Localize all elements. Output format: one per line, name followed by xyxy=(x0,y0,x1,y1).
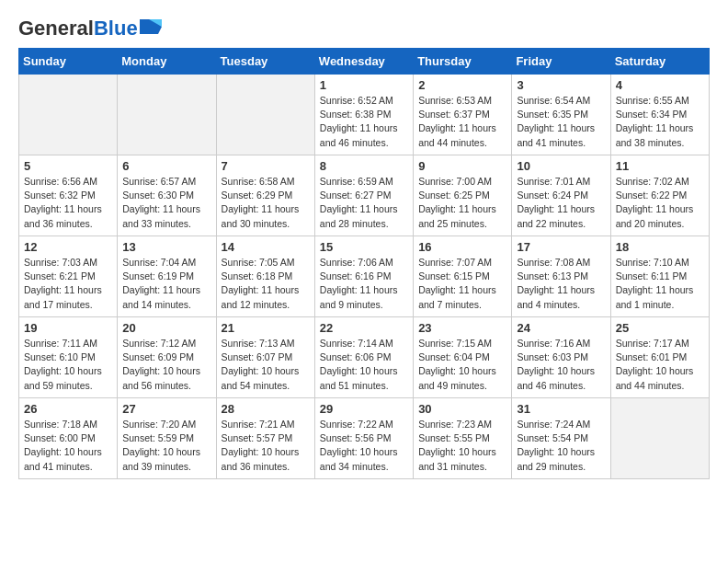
logo: GeneralBlue xyxy=(18,18,162,39)
weekday-header-monday: Monday xyxy=(118,49,216,75)
day-info: Sunrise: 7:15 AM Sunset: 6:04 PM Dayligh… xyxy=(418,337,506,393)
day-number: 6 xyxy=(122,159,210,173)
calendar-cell: 16Sunrise: 7:07 AM Sunset: 6:15 PM Dayli… xyxy=(414,236,512,317)
logo-blue: Blue xyxy=(94,17,138,40)
week-row-1: 1Sunrise: 6:52 AM Sunset: 6:38 PM Daylig… xyxy=(19,75,710,155)
day-info: Sunrise: 6:52 AM Sunset: 6:38 PM Dayligh… xyxy=(320,94,408,150)
day-number: 15 xyxy=(320,240,408,254)
day-number: 18 xyxy=(616,240,704,254)
calendar-cell: 31Sunrise: 7:24 AM Sunset: 5:54 PM Dayli… xyxy=(512,398,610,479)
weekday-header-tuesday: Tuesday xyxy=(216,49,314,75)
calendar-cell: 29Sunrise: 7:22 AM Sunset: 5:56 PM Dayli… xyxy=(314,398,413,479)
day-number: 16 xyxy=(418,240,506,254)
calendar-cell: 19Sunrise: 7:11 AM Sunset: 6:10 PM Dayli… xyxy=(19,317,118,398)
calendar-cell: 28Sunrise: 7:21 AM Sunset: 5:57 PM Dayli… xyxy=(216,398,314,479)
day-info: Sunrise: 6:53 AM Sunset: 6:37 PM Dayligh… xyxy=(418,94,506,150)
day-number: 23 xyxy=(418,321,506,335)
day-number: 27 xyxy=(122,402,210,416)
weekday-header-saturday: Saturday xyxy=(610,49,709,75)
calendar-cell: 23Sunrise: 7:15 AM Sunset: 6:04 PM Dayli… xyxy=(414,317,512,398)
day-number: 13 xyxy=(122,240,210,254)
day-info: Sunrise: 7:05 AM Sunset: 6:18 PM Dayligh… xyxy=(222,256,310,312)
day-info: Sunrise: 7:24 AM Sunset: 5:54 PM Dayligh… xyxy=(517,418,605,474)
day-info: Sunrise: 7:21 AM Sunset: 5:57 PM Dayligh… xyxy=(222,418,310,474)
day-number: 12 xyxy=(24,240,112,254)
calendar-cell: 8Sunrise: 6:59 AM Sunset: 6:27 PM Daylig… xyxy=(314,155,413,236)
day-info: Sunrise: 7:11 AM Sunset: 6:10 PM Dayligh… xyxy=(24,337,112,393)
calendar-cell: 25Sunrise: 7:17 AM Sunset: 6:01 PM Dayli… xyxy=(610,317,709,398)
week-row-4: 19Sunrise: 7:11 AM Sunset: 6:10 PM Dayli… xyxy=(19,317,710,398)
weekday-header-row: SundayMondayTuesdayWednesdayThursdayFrid… xyxy=(19,49,710,75)
day-number: 28 xyxy=(222,402,310,416)
day-info: Sunrise: 6:56 AM Sunset: 6:32 PM Dayligh… xyxy=(24,175,112,231)
day-info: Sunrise: 7:16 AM Sunset: 6:03 PM Dayligh… xyxy=(517,337,605,393)
day-number: 3 xyxy=(517,78,605,92)
calendar-cell: 10Sunrise: 7:01 AM Sunset: 6:24 PM Dayli… xyxy=(512,155,610,236)
day-info: Sunrise: 6:57 AM Sunset: 6:30 PM Dayligh… xyxy=(122,175,210,231)
day-info: Sunrise: 6:58 AM Sunset: 6:29 PM Dayligh… xyxy=(222,175,310,231)
calendar-cell: 13Sunrise: 7:04 AM Sunset: 6:19 PM Dayli… xyxy=(118,236,216,317)
day-number: 25 xyxy=(616,321,704,335)
calendar-cell xyxy=(19,75,118,155)
day-number: 4 xyxy=(616,78,704,92)
calendar-cell xyxy=(610,398,709,479)
calendar-cell: 3Sunrise: 6:54 AM Sunset: 6:35 PM Daylig… xyxy=(512,75,610,155)
day-info: Sunrise: 7:01 AM Sunset: 6:24 PM Dayligh… xyxy=(517,175,605,231)
day-info: Sunrise: 7:02 AM Sunset: 6:22 PM Dayligh… xyxy=(616,175,704,231)
day-number: 8 xyxy=(320,159,408,173)
calendar-cell: 1Sunrise: 6:52 AM Sunset: 6:38 PM Daylig… xyxy=(314,75,413,155)
day-info: Sunrise: 7:14 AM Sunset: 6:06 PM Dayligh… xyxy=(320,337,408,393)
day-info: Sunrise: 7:18 AM Sunset: 6:00 PM Dayligh… xyxy=(24,418,112,474)
calendar-cell: 21Sunrise: 7:13 AM Sunset: 6:07 PM Dayli… xyxy=(216,317,314,398)
day-number: 1 xyxy=(320,78,408,92)
weekday-header-sunday: Sunday xyxy=(19,49,118,75)
calendar-cell: 20Sunrise: 7:12 AM Sunset: 6:09 PM Dayli… xyxy=(118,317,216,398)
day-info: Sunrise: 7:08 AM Sunset: 6:13 PM Dayligh… xyxy=(517,256,605,312)
calendar-cell xyxy=(216,75,314,155)
calendar: SundayMondayTuesdayWednesdayThursdayFrid… xyxy=(18,48,710,479)
day-number: 29 xyxy=(320,402,408,416)
calendar-cell: 18Sunrise: 7:10 AM Sunset: 6:11 PM Dayli… xyxy=(610,236,709,317)
day-info: Sunrise: 7:07 AM Sunset: 6:15 PM Dayligh… xyxy=(418,256,506,312)
day-info: Sunrise: 6:59 AM Sunset: 6:27 PM Dayligh… xyxy=(320,175,408,231)
day-info: Sunrise: 7:12 AM Sunset: 6:09 PM Dayligh… xyxy=(122,337,210,393)
logo-icon xyxy=(140,19,162,34)
calendar-cell: 2Sunrise: 6:53 AM Sunset: 6:37 PM Daylig… xyxy=(414,75,512,155)
day-info: Sunrise: 7:04 AM Sunset: 6:19 PM Dayligh… xyxy=(122,256,210,312)
calendar-cell: 17Sunrise: 7:08 AM Sunset: 6:13 PM Dayli… xyxy=(512,236,610,317)
calendar-cell: 15Sunrise: 7:06 AM Sunset: 6:16 PM Dayli… xyxy=(314,236,413,317)
day-number: 20 xyxy=(122,321,210,335)
day-info: Sunrise: 7:13 AM Sunset: 6:07 PM Dayligh… xyxy=(222,337,310,393)
day-number: 22 xyxy=(320,321,408,335)
day-number: 24 xyxy=(517,321,605,335)
calendar-cell: 24Sunrise: 7:16 AM Sunset: 6:03 PM Dayli… xyxy=(512,317,610,398)
calendar-cell: 9Sunrise: 7:00 AM Sunset: 6:25 PM Daylig… xyxy=(414,155,512,236)
day-info: Sunrise: 7:20 AM Sunset: 5:59 PM Dayligh… xyxy=(122,418,210,474)
week-row-5: 26Sunrise: 7:18 AM Sunset: 6:00 PM Dayli… xyxy=(19,398,710,479)
day-number: 11 xyxy=(616,159,704,173)
calendar-cell: 30Sunrise: 7:23 AM Sunset: 5:55 PM Dayli… xyxy=(414,398,512,479)
calendar-cell: 26Sunrise: 7:18 AM Sunset: 6:00 PM Dayli… xyxy=(19,398,118,479)
day-info: Sunrise: 7:22 AM Sunset: 5:56 PM Dayligh… xyxy=(320,418,408,474)
calendar-cell: 12Sunrise: 7:03 AM Sunset: 6:21 PM Dayli… xyxy=(19,236,118,317)
calendar-cell: 22Sunrise: 7:14 AM Sunset: 6:06 PM Dayli… xyxy=(314,317,413,398)
day-number: 31 xyxy=(517,402,605,416)
day-info: Sunrise: 7:23 AM Sunset: 5:55 PM Dayligh… xyxy=(418,418,506,474)
weekday-header-thursday: Thursday xyxy=(414,49,512,75)
day-number: 19 xyxy=(24,321,112,335)
calendar-cell: 11Sunrise: 7:02 AM Sunset: 6:22 PM Dayli… xyxy=(610,155,709,236)
weekday-header-wednesday: Wednesday xyxy=(314,49,413,75)
calendar-cell: 4Sunrise: 6:55 AM Sunset: 6:34 PM Daylig… xyxy=(610,75,709,155)
calendar-cell xyxy=(118,75,216,155)
day-info: Sunrise: 7:17 AM Sunset: 6:01 PM Dayligh… xyxy=(616,337,704,393)
day-number: 10 xyxy=(517,159,605,173)
calendar-cell: 7Sunrise: 6:58 AM Sunset: 6:29 PM Daylig… xyxy=(216,155,314,236)
day-number: 21 xyxy=(222,321,310,335)
calendar-cell: 14Sunrise: 7:05 AM Sunset: 6:18 PM Dayli… xyxy=(216,236,314,317)
weekday-header-friday: Friday xyxy=(512,49,610,75)
page-header: GeneralBlue xyxy=(18,18,710,39)
logo-general: General xyxy=(18,17,94,40)
week-row-3: 12Sunrise: 7:03 AM Sunset: 6:21 PM Dayli… xyxy=(19,236,710,317)
day-info: Sunrise: 7:03 AM Sunset: 6:21 PM Dayligh… xyxy=(24,256,112,312)
calendar-cell: 27Sunrise: 7:20 AM Sunset: 5:59 PM Dayli… xyxy=(118,398,216,479)
